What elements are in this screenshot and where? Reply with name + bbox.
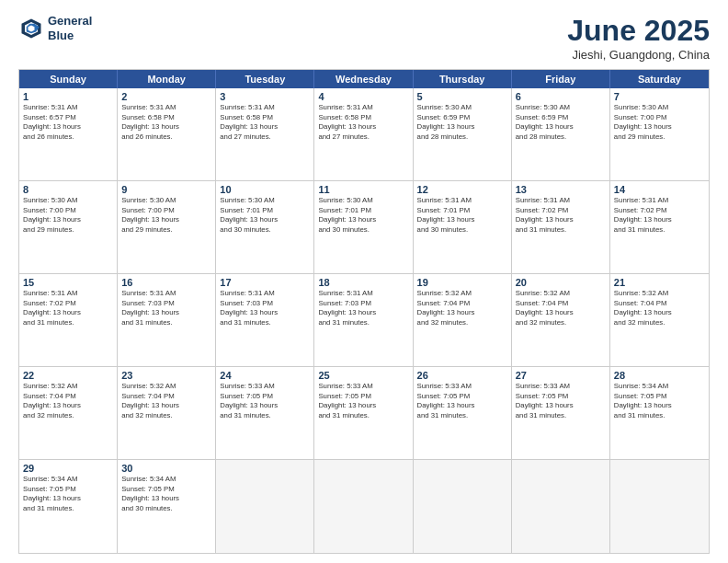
day-cell-27: 27Sunrise: 5:33 AM Sunset: 7:05 PM Dayli… [512, 367, 610, 459]
day-number: 24 [220, 370, 310, 381]
day-cell-10: 10Sunrise: 5:30 AM Sunset: 7:01 PM Dayli… [216, 181, 314, 273]
header-day-tuesday: Tuesday [216, 70, 314, 88]
day-info: Sunrise: 5:32 AM Sunset: 7:04 PM Dayligh… [417, 289, 507, 327]
day-info: Sunrise: 5:32 AM Sunset: 7:04 PM Dayligh… [23, 382, 113, 420]
day-number: 20 [516, 277, 606, 288]
empty-cell-4-3 [314, 460, 413, 553]
day-info: Sunrise: 5:31 AM Sunset: 6:58 PM Dayligh… [121, 103, 211, 142]
day-number: 7 [614, 91, 705, 102]
day-info: Sunrise: 5:31 AM Sunset: 6:58 PM Dayligh… [220, 103, 310, 142]
day-number: 26 [417, 370, 507, 381]
title-block: June 2025 Jieshi, Guangdong, China [567, 14, 710, 62]
day-number: 12 [417, 184, 507, 195]
day-cell-5: 5Sunrise: 5:30 AM Sunset: 6:59 PM Daylig… [414, 88, 512, 180]
day-cell-20: 20Sunrise: 5:32 AM Sunset: 7:04 PM Dayli… [512, 274, 610, 366]
day-number: 4 [318, 91, 408, 102]
day-info: Sunrise: 5:30 AM Sunset: 7:00 PM Dayligh… [614, 103, 705, 142]
day-info: Sunrise: 5:30 AM Sunset: 6:59 PM Dayligh… [516, 103, 606, 142]
calendar-row-0: 1Sunrise: 5:31 AM Sunset: 6:57 PM Daylig… [19, 88, 709, 181]
day-number: 14 [614, 184, 705, 195]
day-cell-18: 18Sunrise: 5:31 AM Sunset: 7:03 PM Dayli… [314, 274, 413, 366]
calendar-body: 1Sunrise: 5:31 AM Sunset: 6:57 PM Daylig… [19, 88, 709, 553]
day-cell-16: 16Sunrise: 5:31 AM Sunset: 7:03 PM Dayli… [118, 274, 216, 366]
day-number: 1 [23, 91, 113, 102]
day-info: Sunrise: 5:31 AM Sunset: 7:03 PM Dayligh… [220, 289, 310, 327]
header-day-wednesday: Wednesday [314, 70, 413, 88]
day-number: 28 [614, 370, 705, 381]
day-info: Sunrise: 5:31 AM Sunset: 6:57 PM Dayligh… [23, 103, 113, 142]
day-cell-29: 29Sunrise: 5:34 AM Sunset: 7:05 PM Dayli… [19, 460, 118, 553]
day-cell-7: 7Sunrise: 5:30 AM Sunset: 7:00 PM Daylig… [610, 88, 709, 180]
day-number: 17 [220, 277, 310, 288]
day-info: Sunrise: 5:33 AM Sunset: 7:05 PM Dayligh… [318, 382, 408, 420]
day-info: Sunrise: 5:31 AM Sunset: 7:03 PM Dayligh… [318, 289, 408, 327]
day-cell-11: 11Sunrise: 5:30 AM Sunset: 7:01 PM Dayli… [314, 181, 413, 273]
day-number: 23 [121, 370, 211, 381]
day-number: 5 [417, 91, 507, 102]
day-info: Sunrise: 5:32 AM Sunset: 7:04 PM Dayligh… [121, 382, 211, 420]
day-number: 25 [318, 370, 408, 381]
location-subtitle: Jieshi, Guangdong, China [567, 48, 710, 62]
calendar-row-1: 8Sunrise: 5:30 AM Sunset: 7:00 PM Daylig… [19, 181, 709, 274]
day-cell-9: 9Sunrise: 5:30 AM Sunset: 7:00 PM Daylig… [118, 181, 216, 273]
day-cell-15: 15Sunrise: 5:31 AM Sunset: 7:02 PM Dayli… [19, 274, 118, 366]
day-info: Sunrise: 5:31 AM Sunset: 7:01 PM Dayligh… [417, 196, 507, 235]
calendar-row-3: 22Sunrise: 5:32 AM Sunset: 7:04 PM Dayli… [19, 367, 709, 460]
header-day-sunday: Sunday [19, 70, 118, 88]
calendar-row-4: 29Sunrise: 5:34 AM Sunset: 7:05 PM Dayli… [19, 460, 709, 553]
day-cell-28: 28Sunrise: 5:34 AM Sunset: 7:05 PM Dayli… [610, 367, 709, 459]
day-number: 6 [516, 91, 606, 102]
day-info: Sunrise: 5:30 AM Sunset: 7:01 PM Dayligh… [318, 196, 408, 235]
empty-cell-4-2 [216, 460, 314, 553]
header-day-saturday: Saturday [610, 70, 709, 88]
logo-icon [18, 16, 44, 41]
day-number: 16 [121, 277, 211, 288]
day-number: 2 [121, 91, 211, 102]
day-info: Sunrise: 5:33 AM Sunset: 7:05 PM Dayligh… [516, 382, 606, 420]
day-info: Sunrise: 5:31 AM Sunset: 7:02 PM Dayligh… [614, 196, 705, 235]
day-number: 18 [318, 277, 408, 288]
month-title: June 2025 [567, 14, 710, 48]
day-number: 10 [220, 184, 310, 195]
day-info: Sunrise: 5:31 AM Sunset: 7:02 PM Dayligh… [516, 196, 606, 235]
day-info: Sunrise: 5:30 AM Sunset: 7:00 PM Dayligh… [121, 196, 211, 235]
day-cell-21: 21Sunrise: 5:32 AM Sunset: 7:04 PM Dayli… [610, 274, 709, 366]
day-info: Sunrise: 5:30 AM Sunset: 6:59 PM Dayligh… [417, 103, 507, 142]
calendar: SundayMondayTuesdayWednesdayThursdayFrid… [18, 69, 710, 554]
day-number: 19 [417, 277, 507, 288]
day-info: Sunrise: 5:30 AM Sunset: 7:01 PM Dayligh… [220, 196, 310, 235]
day-number: 22 [23, 370, 113, 381]
day-info: Sunrise: 5:31 AM Sunset: 6:58 PM Dayligh… [318, 103, 408, 142]
empty-cell-4-6 [610, 460, 709, 553]
day-cell-23: 23Sunrise: 5:32 AM Sunset: 7:04 PM Dayli… [118, 367, 216, 459]
empty-cell-4-4 [414, 460, 512, 553]
page: General Blue June 2025 Jieshi, Guangdong… [0, 0, 728, 563]
header-day-friday: Friday [512, 70, 610, 88]
day-cell-30: 30Sunrise: 5:34 AM Sunset: 7:05 PM Dayli… [118, 460, 216, 553]
calendar-header: SundayMondayTuesdayWednesdayThursdayFrid… [19, 70, 709, 88]
day-number: 11 [318, 184, 408, 195]
header: General Blue June 2025 Jieshi, Guangdong… [18, 14, 710, 62]
day-number: 13 [516, 184, 606, 195]
day-cell-24: 24Sunrise: 5:33 AM Sunset: 7:05 PM Dayli… [216, 367, 314, 459]
day-cell-2: 2Sunrise: 5:31 AM Sunset: 6:58 PM Daylig… [118, 88, 216, 180]
header-day-thursday: Thursday [414, 70, 512, 88]
day-number: 3 [220, 91, 310, 102]
day-info: Sunrise: 5:34 AM Sunset: 7:05 PM Dayligh… [614, 382, 705, 420]
logo-text: General Blue [48, 14, 92, 42]
day-number: 9 [121, 184, 211, 195]
day-info: Sunrise: 5:34 AM Sunset: 7:05 PM Dayligh… [23, 475, 113, 513]
day-cell-14: 14Sunrise: 5:31 AM Sunset: 7:02 PM Dayli… [610, 181, 709, 273]
day-cell-8: 8Sunrise: 5:30 AM Sunset: 7:00 PM Daylig… [19, 181, 118, 273]
day-cell-22: 22Sunrise: 5:32 AM Sunset: 7:04 PM Dayli… [19, 367, 118, 459]
day-number: 15 [23, 277, 113, 288]
day-info: Sunrise: 5:30 AM Sunset: 7:00 PM Dayligh… [23, 196, 113, 235]
day-cell-26: 26Sunrise: 5:33 AM Sunset: 7:05 PM Dayli… [414, 367, 512, 459]
header-day-monday: Monday [118, 70, 216, 88]
day-number: 29 [23, 463, 113, 474]
day-cell-19: 19Sunrise: 5:32 AM Sunset: 7:04 PM Dayli… [414, 274, 512, 366]
day-number: 27 [516, 370, 606, 381]
day-number: 30 [121, 463, 211, 474]
day-cell-3: 3Sunrise: 5:31 AM Sunset: 6:58 PM Daylig… [216, 88, 314, 180]
day-cell-1: 1Sunrise: 5:31 AM Sunset: 6:57 PM Daylig… [19, 88, 118, 180]
